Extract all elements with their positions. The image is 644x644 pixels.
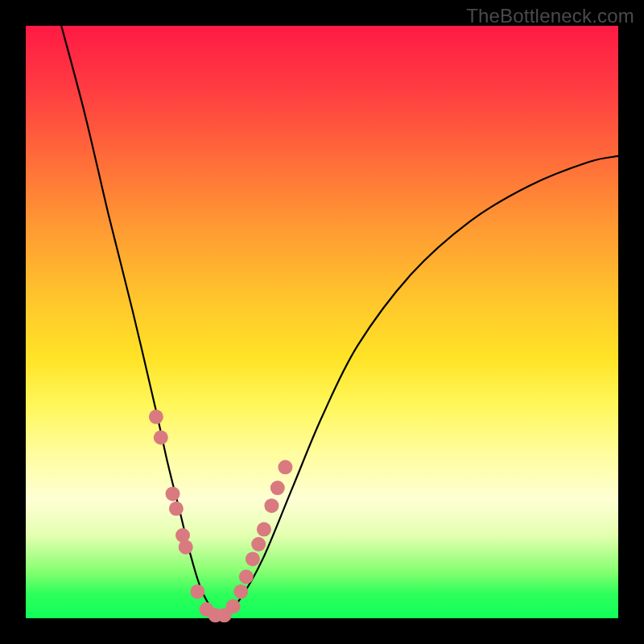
bottleneck-curve <box>61 26 618 618</box>
highlight-dot <box>270 481 285 495</box>
highlight-dot <box>154 431 168 445</box>
highlight-markers <box>149 410 293 623</box>
highlight-dot <box>278 460 292 474</box>
outer-frame: TheBottleneck.com <box>0 0 644 644</box>
highlight-dot <box>264 498 279 513</box>
highlight-dot <box>246 551 260 566</box>
highlight-dot <box>233 584 248 599</box>
highlight-dot <box>169 502 184 516</box>
highlight-dot <box>166 486 180 501</box>
chart-svg <box>26 26 618 618</box>
watermark-text: TheBottleneck.com <box>466 5 634 27</box>
highlight-dot <box>257 522 271 537</box>
highlight-dot <box>149 410 163 424</box>
highlight-dot <box>239 570 254 584</box>
highlight-dot <box>226 599 241 613</box>
plot-area <box>26 26 618 618</box>
highlight-dot <box>190 584 204 599</box>
highlight-dot <box>179 540 193 555</box>
highlight-dot <box>251 537 266 551</box>
